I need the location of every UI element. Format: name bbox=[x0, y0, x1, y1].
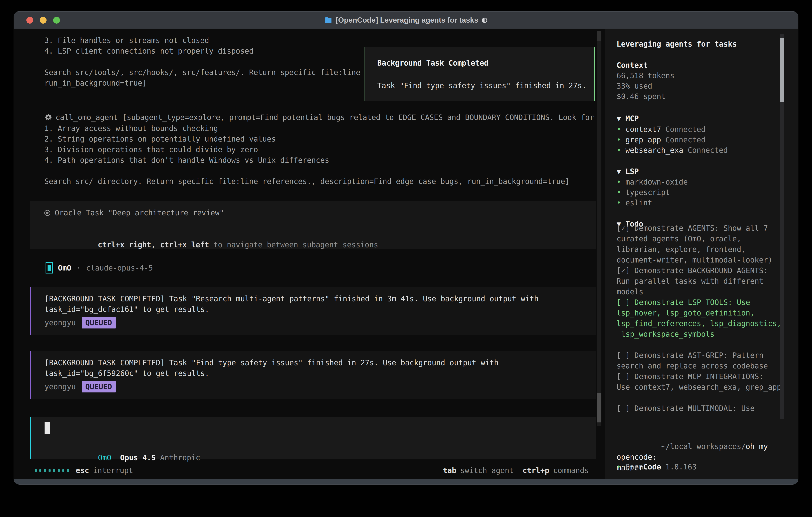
close-window-button[interactable] bbox=[26, 17, 33, 24]
mcp-item: •context7Connected bbox=[617, 124, 705, 135]
zoom-window-button[interactable] bbox=[53, 17, 60, 24]
context-used: 33% used bbox=[617, 81, 652, 91]
folder-icon bbox=[325, 17, 332, 23]
mcp-name: grep_app bbox=[626, 136, 661, 144]
window-titlebar: [OpenCode] Leveraging agents for tasks bbox=[14, 11, 798, 29]
subagent-nav-hint: ctrl+x right, ctrl+x left to navigate be… bbox=[45, 229, 378, 261]
agent-cursor-icon bbox=[46, 262, 53, 273]
todo-item: [ ] Demonstrate AST-GREP: Pattern search… bbox=[617, 350, 782, 371]
half-circle-icon bbox=[482, 18, 487, 23]
task-meta-row: yeongyu QUEUED bbox=[45, 317, 116, 328]
task-meta-row: yeongyu QUEUED bbox=[45, 381, 116, 392]
todo-item: [ ] Demonstrate MCP INTEGRATIONS: Use co… bbox=[617, 371, 782, 392]
status-dot-icon: • bbox=[617, 198, 621, 207]
background-task-message: [BACKGROUND TASK COMPLETED] Task "Find t… bbox=[30, 351, 596, 399]
text-cursor bbox=[45, 422, 50, 434]
scrollback-line: 3. File handles or streams not closed bbox=[45, 35, 209, 46]
status-badge: QUEUED bbox=[82, 317, 116, 328]
app-version: 1.0.163 bbox=[666, 462, 697, 472]
context-tokens: 66,518 tokens bbox=[617, 71, 674, 81]
mcp-status: Connected bbox=[666, 136, 705, 144]
window-body: 3. File handles or streams not closed 4.… bbox=[14, 29, 798, 479]
sidebar-scrollbar-track[interactable] bbox=[780, 34, 784, 419]
lsp-item: •eslint bbox=[617, 197, 652, 208]
mcp-section-header[interactable]: ▼MCP bbox=[617, 113, 639, 124]
session-sidebar: Leveraging agents for tasks Context 66,5… bbox=[605, 29, 798, 479]
collapse-triangle-icon: ▼ bbox=[617, 114, 621, 123]
app-window: [OpenCode] Leveraging agents for tasks 3… bbox=[14, 11, 798, 484]
lsp-name: markdown-oxide bbox=[626, 178, 688, 186]
lsp-heading: LSP bbox=[626, 167, 639, 176]
input-model-label: Opus 4.5 bbox=[120, 454, 156, 462]
task-user: yeongyu bbox=[45, 318, 76, 328]
app-version-row: • OpenCode 1.0.163 bbox=[617, 462, 697, 472]
commands-key-label: commands bbox=[553, 465, 589, 476]
screenshot-stage: [OpenCode] Leveraging agents for tasks 3… bbox=[0, 0, 812, 517]
tool-call-footer: Search src/ directory. Return specific f… bbox=[45, 176, 570, 187]
agent-model: claude-opus-4-5 bbox=[86, 263, 153, 273]
main-scrollbar-thumb-top[interactable] bbox=[597, 31, 601, 41]
todo-item: [✓] Demonstrate AGENTS: Show all 7 curat… bbox=[617, 223, 782, 265]
background-task-toast: Background Task Completed Task "Find typ… bbox=[364, 47, 595, 101]
status-dot-icon: • bbox=[617, 188, 621, 197]
oracle-task-title-row: Oracle Task "Deep architecture review" bbox=[45, 208, 224, 218]
lsp-section-header[interactable]: ▼LSP bbox=[617, 166, 639, 177]
input-agent-label: OmO bbox=[98, 454, 111, 462]
task-user: yeongyu bbox=[45, 381, 76, 392]
window-bottom-edge bbox=[14, 479, 798, 484]
context-heading: Context bbox=[617, 60, 648, 71]
mcp-status: Connected bbox=[688, 146, 728, 155]
scrollback-line: 4. LSP client connections not properly d… bbox=[45, 46, 254, 56]
scrollback-line: run_in_background=true] bbox=[45, 78, 147, 88]
chat-main-pane: 3. File handles or streams not closed 4.… bbox=[14, 29, 605, 479]
task-message-text: [BACKGROUND TASK COMPLETED] Task "Find t… bbox=[45, 357, 498, 379]
tool-call-item: 3. Division operations that could divide… bbox=[45, 144, 258, 155]
todo-list: [✓] Demonstrate AGENTS: Show all 7 curat… bbox=[617, 223, 782, 414]
todo-item: [✓] Demonstrate BACKGROUND AGENTS: Run p… bbox=[617, 265, 782, 297]
workspace-prefix: ~/local-workspaces/ bbox=[661, 442, 746, 451]
mcp-item: •grep_appConnected bbox=[617, 135, 705, 145]
hint-text: to navigate between subagent sessions bbox=[209, 241, 378, 249]
lsp-item: •typescript bbox=[617, 187, 670, 198]
activity-spinner-dots bbox=[35, 469, 69, 472]
agent-header: OmO · claude-opus-4-5 bbox=[46, 262, 153, 273]
main-scrollbar-track[interactable] bbox=[597, 31, 601, 426]
mcp-status: Connected bbox=[666, 125, 705, 134]
background-task-message: [BACKGROUND TASK COMPLETED] Task "Resear… bbox=[30, 287, 596, 335]
tab-key-hint: tab bbox=[443, 465, 456, 476]
status-dot-icon: • bbox=[617, 125, 621, 134]
statusbar-right: tab switch agent ctrl+p commands bbox=[443, 465, 589, 476]
status-dot-icon: • bbox=[617, 462, 621, 472]
agent-name: OmO bbox=[58, 263, 71, 273]
app-name-dim: Open bbox=[626, 462, 643, 472]
tool-call-item: 4. Path operations that don't handle Win… bbox=[45, 155, 329, 166]
hint-keys: ctrl+x right, ctrl+x left bbox=[98, 241, 209, 249]
tool-call-line: call_omo_agent [subagent_type=explore, p… bbox=[45, 112, 594, 123]
lsp-name: eslint bbox=[626, 198, 652, 207]
context-spent: $0.46 spent bbox=[617, 91, 666, 102]
status-dot-icon: • bbox=[617, 178, 621, 186]
mcp-heading: MCP bbox=[626, 114, 639, 123]
commands-key-hint: ctrl+p bbox=[522, 465, 549, 476]
lsp-name: typescript bbox=[626, 188, 670, 197]
collapse-triangle-icon: ▼ bbox=[617, 167, 621, 176]
oracle-task-card: Oracle Task "Deep architecture review" c… bbox=[30, 201, 596, 249]
window-title-group: [OpenCode] Leveraging agents for tasks bbox=[325, 16, 487, 24]
session-title: Leveraging agents for tasks bbox=[617, 39, 737, 49]
mcp-name: websearch_exa bbox=[626, 146, 683, 155]
toast-title: Background Task Completed bbox=[377, 58, 489, 69]
statusbar-left: esc interrupt bbox=[35, 465, 133, 476]
prompt-input[interactable]: OmOOpus 4.5Anthropic bbox=[30, 417, 596, 459]
toast-body: Task "Find type safety issues" finished … bbox=[377, 80, 586, 91]
sidebar-scrollbar-thumb[interactable] bbox=[780, 38, 784, 102]
esc-key-label: interrupt bbox=[93, 465, 133, 476]
fisheye-icon bbox=[45, 210, 50, 216]
app-name-bold: Code bbox=[643, 462, 661, 472]
todo-item: [ ] Demonstrate MULTIMODAL: Use bbox=[617, 403, 782, 414]
window-title: [OpenCode] Leveraging agents for tasks bbox=[336, 16, 478, 24]
gear-icon bbox=[45, 113, 52, 121]
todo-item: [ ] Demonstrate LSP TOOLS: Use lsp_hover… bbox=[617, 297, 782, 339]
mcp-item: •websearch_exaConnected bbox=[617, 145, 728, 156]
minimize-window-button[interactable] bbox=[40, 17, 47, 24]
main-scrollbar-thumb[interactable] bbox=[597, 393, 601, 423]
